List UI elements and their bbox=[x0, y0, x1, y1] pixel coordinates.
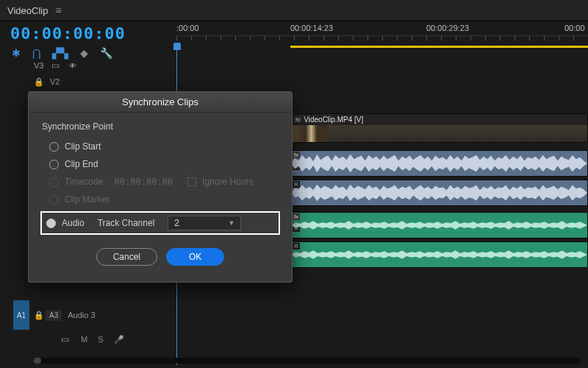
dialog-title: Synchronize Clips bbox=[29, 92, 292, 113]
option-label: Clip Start bbox=[65, 141, 101, 152]
option-clip-marker: Clip Marker bbox=[42, 191, 279, 208]
waveform bbox=[291, 255, 587, 267]
track-controls-row: M S 🎤 bbox=[59, 334, 124, 344]
playhead[interactable] bbox=[176, 43, 184, 50]
track-output-icon[interactable] bbox=[59, 334, 71, 344]
time-ruler[interactable]: :00:00 00:00:14:23 00:00:29:23 00:00 bbox=[176, 24, 588, 57]
playhead-timecode[interactable]: 00:00:00:00 bbox=[10, 24, 126, 43]
option-clip-start[interactable]: Clip Start bbox=[42, 138, 279, 155]
dialog-body: Synchronize Point Clip Start Clip End Ti… bbox=[29, 113, 292, 282]
mute-button[interactable]: M bbox=[81, 335, 87, 344]
clip-header: fx VideoClip.MP4 [V] bbox=[291, 114, 587, 125]
lock-icon[interactable]: 🔒 bbox=[34, 77, 44, 87]
source-patch-a1[interactable]: A1 bbox=[13, 300, 29, 330]
option-label: Clip End bbox=[65, 159, 98, 169]
playhead-handle-icon[interactable] bbox=[173, 43, 181, 50]
waveform bbox=[291, 163, 587, 176]
timecode-value: 00:00:00:00 bbox=[115, 177, 173, 187]
panel-menu-icon[interactable]: ≡ bbox=[55, 4, 61, 16]
horizontal-scrollbar[interactable] bbox=[34, 358, 581, 364]
chevron-down-icon: ▼ bbox=[228, 219, 234, 227]
select-value: 2 bbox=[174, 218, 179, 228]
solo-button[interactable]: S bbox=[98, 335, 103, 344]
lock-icon[interactable]: 🔒 bbox=[34, 311, 44, 320]
sequence-title: VideoClip bbox=[7, 5, 48, 16]
radio-icon[interactable] bbox=[46, 219, 56, 228]
track-header-v3[interactable]: V3 bbox=[0, 57, 176, 74]
audio-clip-4[interactable]: R bbox=[290, 241, 588, 268]
track-output-icon[interactable] bbox=[49, 60, 61, 71]
waveform bbox=[291, 225, 587, 238]
fx-badge-icon[interactable]: fx bbox=[293, 152, 300, 158]
synchronize-clips-dialog: Synchronize Clips Synchronize Point Clip… bbox=[28, 91, 293, 283]
clip-name: VideoClip.MP4 [V] bbox=[304, 116, 363, 124]
waveform bbox=[291, 180, 587, 193]
track-badge-a3[interactable]: A3 bbox=[46, 310, 62, 321]
radio-icon bbox=[49, 177, 59, 187]
ruler-tick-2: 00:00:29:23 bbox=[426, 24, 469, 32]
radio-icon bbox=[49, 195, 59, 205]
waveform bbox=[291, 193, 587, 205]
track-header-v2[interactable]: 🔒 V2 bbox=[0, 74, 176, 90]
track-name-a3: Audio 3 bbox=[68, 311, 95, 319]
ignore-hours-label: Ignore Hours bbox=[202, 177, 253, 187]
option-label: Clip Marker bbox=[65, 194, 110, 205]
ruler-ticks bbox=[176, 35, 588, 46]
clip-thumbnail bbox=[291, 125, 328, 143]
track-label: V2 bbox=[50, 77, 60, 86]
option-label: Timecode: bbox=[65, 177, 106, 187]
ruler-tick-1: 00:00:14:23 bbox=[290, 24, 333, 32]
option-label: Audio bbox=[62, 218, 85, 228]
dialog-buttons: Cancel OK bbox=[42, 241, 279, 276]
checkbox-icon bbox=[187, 177, 196, 186]
track-label: V3 bbox=[34, 61, 43, 70]
option-clip-end[interactable]: Clip End bbox=[42, 155, 279, 173]
radio-icon[interactable] bbox=[49, 160, 59, 169]
ruler-tick-0: :00:00 bbox=[176, 24, 199, 32]
track-header-a3[interactable]: 🔒 A3 Audio 3 A1 bbox=[0, 300, 96, 330]
ruler-tick-3: 00:00 bbox=[564, 24, 585, 32]
option-audio-highlight: Audio Track Channel 2 ▼ bbox=[40, 211, 280, 235]
audio-clip-3[interactable]: fx L R bbox=[290, 212, 588, 238]
option-timecode: Timecode: 00:00:00:00 Ignore Hours bbox=[42, 173, 279, 191]
fx-badge-icon[interactable]: fx bbox=[293, 213, 300, 220]
track-visibility-icon[interactable] bbox=[67, 60, 79, 71]
waveform bbox=[291, 151, 587, 163]
cancel-button[interactable]: Cancel bbox=[96, 248, 157, 266]
waveform bbox=[291, 213, 587, 225]
video-clip[interactable]: fx VideoClip.MP4 [V] bbox=[290, 113, 588, 143]
timeline-panel-header: VideoClip ≡ bbox=[0, 0, 588, 21]
work-area-bar[interactable] bbox=[290, 46, 588, 48]
radio-icon[interactable] bbox=[49, 142, 59, 152]
section-label: Synchronize Point bbox=[42, 121, 279, 132]
option-audio[interactable]: Audio bbox=[46, 218, 85, 228]
track-channel-label: Track Channel bbox=[98, 218, 155, 228]
waveform bbox=[291, 242, 587, 255]
track-channel-select[interactable]: 2 ▼ bbox=[168, 216, 241, 230]
voiceover-mic-icon[interactable]: 🎤 bbox=[114, 335, 124, 344]
fx-badge-icon[interactable]: fx bbox=[294, 116, 301, 123]
audio-clip-1[interactable]: fx L R bbox=[290, 150, 588, 177]
scrollbar-thumb[interactable] bbox=[34, 358, 41, 364]
ok-button[interactable]: OK bbox=[166, 248, 224, 266]
audio-clip-2[interactable]: R bbox=[290, 180, 588, 206]
